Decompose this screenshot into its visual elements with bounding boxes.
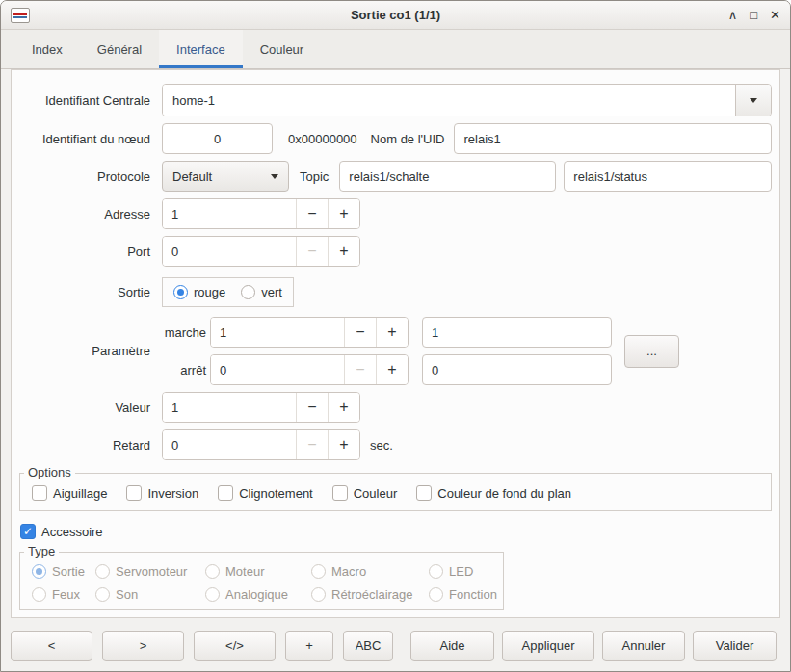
radio-type-son[interactable]: Son [95, 587, 205, 602]
radio-type-retroeclairage[interactable]: Rétroéclairage [311, 587, 429, 602]
help-button[interactable]: Aide [410, 631, 494, 661]
dialog-actions: Aide Appliquer Annuler Valider [410, 631, 777, 661]
radio-type-fonction[interactable]: Fonction [429, 587, 497, 602]
maximize-icon[interactable]: □ [750, 9, 757, 21]
central-id-dropdown-button[interactable] [735, 85, 771, 116]
abc-button[interactable]: ABC [343, 631, 393, 661]
port-spinbox: − + [162, 236, 360, 267]
radio-label: Rétroéclairage [331, 587, 413, 602]
checkbox-aiguillage[interactable]: Aiguillage [32, 485, 107, 501]
checkbox-icon [218, 485, 233, 501]
checkbox-icon [126, 485, 142, 501]
ok-button[interactable]: Valider [693, 631, 777, 661]
protocol-row: Protocole Default Topic [19, 161, 772, 192]
output-radio-group: rouge vert [162, 277, 294, 307]
radio-type-servomoteur[interactable]: Servomoteur [95, 564, 205, 579]
checkbox-accessoire[interactable]: ✓ Accessoire [20, 524, 103, 539]
central-id-label: Identifiant Centrale [19, 93, 150, 108]
minus-icon[interactable]: − [296, 237, 328, 266]
radio-type-feux[interactable]: Feux [32, 587, 95, 602]
minus-icon[interactable]: − [296, 199, 328, 228]
checkbox-couleur-fond-plan[interactable]: Couleur de fond du plan [416, 485, 571, 501]
radio-type-analogique[interactable]: Analogique [205, 587, 311, 602]
plus-icon[interactable]: + [328, 393, 359, 422]
options-group-legend: Options [24, 465, 75, 479]
cancel-button[interactable]: Annuler [602, 631, 685, 661]
protocol-dropdown[interactable]: Default [162, 161, 289, 192]
plus-icon[interactable]: + [376, 318, 408, 347]
parameter-on-row: marche − + [162, 317, 612, 348]
minus-icon[interactable]: − [344, 355, 376, 384]
radio-rouge[interactable]: rouge [173, 285, 225, 299]
checkbox-label: Aiguillage [53, 486, 107, 501]
previous-button[interactable]: < [11, 631, 92, 661]
parameter-row: Paramètre marche − + arrêt − [19, 317, 772, 385]
minimize-icon[interactable]: ∧ [728, 9, 738, 21]
chevron-down-icon [750, 98, 757, 103]
checkbox-clignotement[interactable]: Clignotement [218, 485, 313, 501]
radio-label: Fonction [449, 587, 497, 602]
address-spinbox: − + [162, 198, 360, 229]
apply-button[interactable]: Appliquer [502, 631, 594, 661]
parameter-off-spinbox: − + [210, 354, 409, 385]
tab-general[interactable]: Général [80, 30, 159, 68]
protocol-label: Protocole [19, 169, 150, 184]
plus-icon[interactable]: + [328, 237, 359, 266]
delay-input[interactable] [163, 430, 296, 459]
tab-interface[interactable]: Interface [159, 30, 243, 68]
parameter-on-value2-input[interactable] [422, 317, 612, 348]
checkbox-checked-icon: ✓ [20, 524, 36, 539]
checkbox-inversion[interactable]: Inversion [126, 485, 198, 501]
port-input[interactable] [163, 237, 296, 266]
value-input[interactable] [163, 393, 296, 422]
radio-label: Feux [52, 587, 80, 602]
radio-vert[interactable]: vert [241, 285, 282, 299]
tab-couleur[interactable]: Couleur [243, 30, 322, 68]
type-radio-grid: Sortie Servomoteur Moteur Macro LED [32, 564, 495, 602]
parameter-off-input[interactable] [211, 355, 344, 384]
tab-index[interactable]: Index [14, 30, 80, 68]
node-id-hex: 0x00000000 [288, 132, 357, 146]
plus-icon[interactable]: + [328, 199, 359, 228]
node-id-input[interactable] [162, 123, 273, 154]
radio-type-moteur[interactable]: Moteur [205, 564, 311, 579]
delay-label: Retard [19, 438, 150, 452]
minus-icon[interactable]: − [296, 430, 328, 459]
address-input[interactable] [163, 199, 296, 228]
radio-label: Moteur [225, 564, 264, 579]
central-id-input[interactable] [163, 85, 735, 116]
close-icon[interactable]: ✕ [770, 9, 780, 21]
radio-type-led[interactable]: LED [429, 564, 497, 579]
minus-icon[interactable]: − [296, 393, 328, 422]
next-button[interactable]: > [102, 631, 184, 661]
parameter-more-button[interactable]: ... [624, 335, 679, 368]
radio-type-macro[interactable]: Macro [311, 564, 429, 579]
radio-label: Macro [331, 564, 366, 579]
plus-icon[interactable]: + [376, 355, 408, 384]
checkbox-couleur[interactable]: Couleur [332, 485, 398, 501]
radio-type-sortie[interactable]: Sortie [32, 564, 95, 579]
port-label: Port [19, 245, 150, 259]
minus-icon[interactable]: − [344, 318, 376, 347]
parameter-off-label: arrêt [162, 363, 206, 377]
radio-label: LED [449, 564, 473, 579]
radio-icon [311, 587, 326, 602]
radio-icon [173, 285, 188, 299]
radio-icon [32, 587, 46, 602]
node-id-label: Identifiant du nœud [19, 132, 150, 146]
xml-button[interactable]: </> [194, 631, 276, 661]
radio-icon [311, 564, 326, 579]
uid-input[interactable] [454, 123, 772, 154]
radio-vert-label: vert [261, 285, 282, 299]
plus-icon[interactable]: + [328, 430, 359, 459]
parameter-on-input[interactable] [211, 318, 344, 347]
radio-icon [32, 564, 46, 579]
parameter-off-value2-input[interactable] [422, 354, 612, 385]
topic-status-input[interactable] [564, 161, 772, 192]
titlebar: Sortie co1 (1/1) ∧ □ ✕ [1, 1, 790, 30]
radio-icon [429, 564, 443, 579]
add-button[interactable]: + [285, 631, 333, 661]
tab-bar: Index Général Interface Couleur [1, 30, 790, 69]
topic-command-input[interactable] [339, 161, 556, 192]
chevron-down-icon [271, 174, 278, 179]
